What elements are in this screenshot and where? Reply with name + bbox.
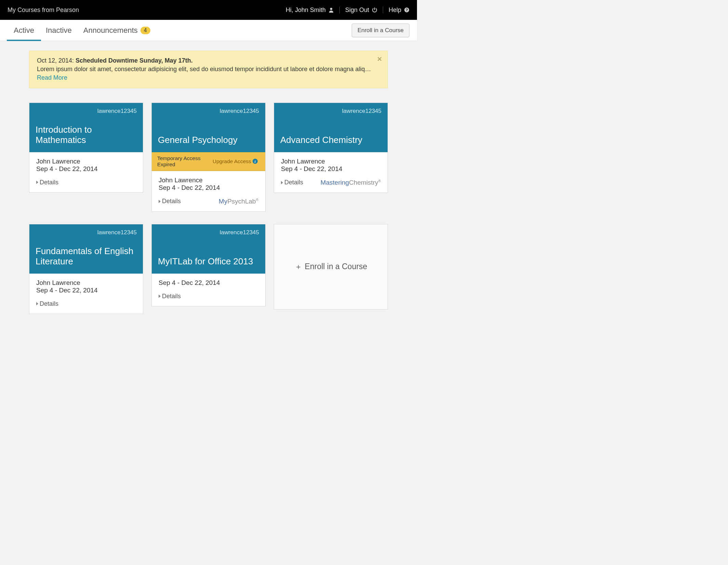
- course-card-body: John LawrenceSep 4 - Dec 22, 2014: [29, 152, 143, 179]
- tab-announcements[interactable]: Announcements 4: [83, 20, 150, 41]
- user-greeting[interactable]: Hi, John Smith: [286, 6, 334, 14]
- announcement-alert: ✕ Oct 12, 2014: Scheduled Downtime Sunda…: [29, 51, 388, 88]
- user-greeting-text: Hi, John Smith: [286, 6, 326, 14]
- sign-out-link[interactable]: Sign Out: [345, 6, 377, 14]
- course-dates: Sep 4 - Dec 22, 2014: [159, 184, 258, 192]
- enroll-button[interactable]: Enroll in a Course: [352, 24, 409, 37]
- brand-title: My Courses from Pearson: [8, 6, 286, 14]
- user-icon: [328, 7, 334, 13]
- course-title: Advanced Chemistry: [280, 135, 381, 145]
- course-card[interactable]: lawrence12345Advanced ChemistryJohn Lawr…: [274, 103, 388, 193]
- svg-point-0: [330, 8, 332, 10]
- details-toggle[interactable]: Details: [36, 179, 58, 186]
- product-brand: MasteringChemistry®: [321, 179, 381, 186]
- course-title: General Psychology: [158, 135, 259, 145]
- product-brand: MyPsychLab®: [219, 198, 258, 205]
- course-instructor: John Lawrence: [36, 158, 136, 165]
- enroll-tile-label: ＋Enroll in a Course: [295, 262, 367, 272]
- top-bar-right: Hi, John Smith Sign Out Help ?: [286, 6, 409, 14]
- course-card-body: Sep 4 - Dec 22, 2014: [152, 274, 265, 293]
- info-icon[interactable]: i: [253, 159, 258, 164]
- help-label: Help: [389, 6, 401, 14]
- course-card-head: lawrence12345General Psychology: [152, 103, 265, 152]
- details-label: Details: [162, 293, 181, 300]
- course-id: lawrence12345: [36, 229, 137, 236]
- details-label: Details: [40, 300, 58, 307]
- course-title: Fundamentals of English Literature: [36, 246, 137, 267]
- plus-icon: ＋: [295, 262, 302, 272]
- read-more-link[interactable]: Read More: [37, 74, 67, 81]
- course-card-foot: Details: [152, 293, 265, 306]
- tab-active[interactable]: Active: [14, 20, 34, 41]
- svg-text:?: ?: [406, 8, 408, 12]
- details-toggle[interactable]: Details: [281, 179, 303, 186]
- course-card-body: John LawrenceSep 4 - Dec 22, 2014: [152, 171, 265, 198]
- course-card-foot: DetailsMyPsychLab®: [152, 198, 265, 211]
- course-id: lawrence12345: [280, 108, 381, 115]
- details-label: Details: [162, 198, 181, 205]
- course-card-body: John LawrenceSep 4 - Dec 22, 2014: [274, 152, 388, 179]
- tabs: Active Inactive Announcements 4: [14, 20, 150, 41]
- course-card-body: John LawrenceSep 4 - Dec 22, 2014: [29, 274, 143, 300]
- alert-body: Lorem ipsum dolor sit amet, consectetur …: [37, 66, 371, 73]
- caret-right-icon: [36, 302, 38, 305]
- content: ✕ Oct 12, 2014: Scheduled Downtime Sunda…: [0, 41, 417, 341]
- divider: [383, 6, 383, 13]
- course-id: lawrence12345: [158, 108, 259, 115]
- course-title: Introduction to Mathematics: [36, 125, 137, 145]
- close-icon[interactable]: ✕: [377, 55, 382, 64]
- course-card-foot: Details: [29, 300, 143, 314]
- alert-title: Scheduled Downtime Sunday, May 17th.: [76, 57, 193, 64]
- tab-bar: Active Inactive Announcements 4 Enroll i…: [0, 20, 417, 41]
- details-toggle[interactable]: Details: [36, 300, 58, 307]
- course-instructor: John Lawrence: [281, 158, 381, 165]
- sign-out-label: Sign Out: [345, 6, 369, 14]
- course-id: lawrence12345: [36, 108, 137, 115]
- tab-announcements-label: Announcements: [83, 26, 138, 35]
- course-id: lawrence12345: [158, 229, 259, 236]
- course-dates: Sep 4 - Dec 22, 2014: [159, 279, 258, 287]
- course-instructor: John Lawrence: [36, 279, 136, 287]
- course-card-head: lawrence12345MyITLab for Office 2013: [152, 224, 265, 274]
- course-dates: Sep 4 - Dec 22, 2014: [36, 287, 136, 294]
- access-bar: Temporary Access ExpiredUpgrade Accessi: [152, 152, 265, 171]
- course-card-foot: DetailsMasteringChemistry®: [274, 179, 388, 193]
- course-card-head: lawrence12345Advanced Chemistry: [274, 103, 388, 152]
- top-bar: My Courses from Pearson Hi, John Smith S…: [0, 0, 417, 20]
- details-toggle[interactable]: Details: [159, 198, 181, 205]
- help-link[interactable]: Help ?: [389, 6, 409, 14]
- course-dates: Sep 4 - Dec 22, 2014: [281, 165, 381, 173]
- upgrade-access-link[interactable]: Upgrade Accessi: [213, 158, 258, 165]
- course-instructor: John Lawrence: [159, 176, 258, 184]
- course-card[interactable]: lawrence12345Fundamentals of English Lit…: [29, 224, 143, 314]
- details-label: Details: [284, 179, 303, 186]
- caret-right-icon: [281, 181, 283, 184]
- course-card-head: lawrence12345Introduction to Mathematics: [29, 103, 143, 152]
- course-card[interactable]: lawrence12345General PsychologyTemporary…: [151, 103, 266, 212]
- course-card[interactable]: lawrence12345Introduction to Mathematics…: [29, 103, 143, 193]
- announcements-badge: 4: [140, 27, 150, 34]
- caret-right-icon: [36, 181, 38, 184]
- upgrade-access-label: Upgrade Access: [213, 158, 251, 165]
- divider: [339, 6, 340, 13]
- details-toggle[interactable]: Details: [159, 293, 181, 300]
- tab-inactive[interactable]: Inactive: [46, 20, 72, 41]
- help-icon: ?: [404, 7, 409, 13]
- details-label: Details: [40, 179, 58, 186]
- access-status: Temporary Access Expired: [157, 155, 213, 168]
- course-card-head: lawrence12345Fundamentals of English Lit…: [29, 224, 143, 274]
- alert-body-line: Lorem ipsum dolor sit amet, consectetur …: [37, 65, 380, 82]
- enroll-tile[interactable]: ＋Enroll in a Course: [274, 224, 388, 310]
- caret-right-icon: [159, 200, 161, 203]
- tab-inactive-label: Inactive: [46, 26, 72, 35]
- course-dates: Sep 4 - Dec 22, 2014: [36, 165, 136, 173]
- tab-active-label: Active: [14, 26, 34, 35]
- course-card[interactable]: lawrence12345MyITLab for Office 2013Sep …: [151, 224, 266, 306]
- course-title: MyITLab for Office 2013: [158, 257, 259, 267]
- alert-date: Oct 12, 2014:: [37, 57, 74, 64]
- course-card-foot: Details: [29, 179, 143, 192]
- course-grid: lawrence12345Introduction to Mathematics…: [29, 103, 388, 314]
- power-icon: [372, 7, 377, 13]
- caret-right-icon: [159, 294, 161, 298]
- alert-headline: Oct 12, 2014: Scheduled Downtime Sunday,…: [37, 56, 380, 65]
